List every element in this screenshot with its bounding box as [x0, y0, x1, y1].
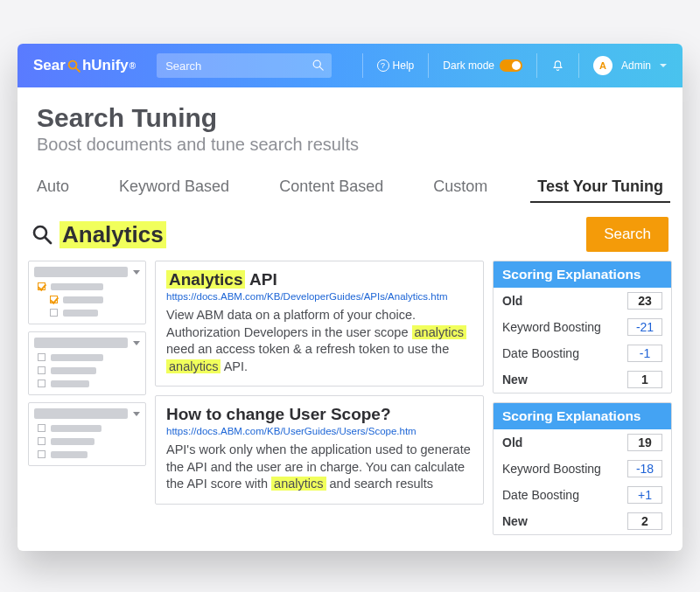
- facet-checkbox[interactable]: [50, 296, 58, 303]
- topbar-search-input[interactable]: [157, 53, 332, 78]
- avatar: A: [593, 56, 612, 75]
- score-label: New: [502, 373, 528, 387]
- facet-group[interactable]: [28, 331, 146, 395]
- help-icon: ?: [377, 59, 389, 72]
- chevron-down-icon: [133, 412, 140, 416]
- score-value: -1: [627, 345, 662, 362]
- score-label: Date Boosting: [502, 488, 579, 502]
- score-value: 2: [627, 512, 662, 530]
- tabs: Auto Keyword Based Content Based Custom …: [18, 172, 682, 203]
- result-snippet: View ABM data on a platform of your choi…: [166, 307, 472, 375]
- page-subtitle: Boost documents and tune search results: [37, 135, 663, 155]
- facet-checkbox[interactable]: [50, 309, 58, 317]
- topbar-right: ? Help Dark mode A Admin: [362, 53, 667, 78]
- dark-mode-toggle[interactable]: Dark mode: [443, 59, 522, 72]
- separator: [362, 53, 363, 78]
- score-value: -18: [627, 460, 662, 477]
- result-url[interactable]: https://docs.ABM.com/KB/DeveloperGuides/…: [166, 291, 472, 302]
- facet-group[interactable]: [28, 402, 146, 466]
- search-icon: [32, 224, 52, 245]
- score-label: New: [502, 514, 528, 528]
- facet-checkbox[interactable]: [38, 424, 46, 432]
- query-row: Analytics Search: [18, 203, 682, 261]
- facet-group[interactable]: [28, 261, 146, 324]
- result-url[interactable]: https://docs.ABM.com/KB/UserGuides/Users…: [166, 426, 472, 436]
- search-button[interactable]: Search: [586, 217, 668, 252]
- dark-mode-label: Dark mode: [443, 59, 494, 72]
- separator: [536, 53, 537, 78]
- scoring-column: Scoring Explanations Old23 Keyword Boost…: [493, 261, 672, 535]
- admin-menu[interactable]: A Admin: [593, 56, 667, 75]
- score-label: Keyword Boosting: [502, 320, 601, 334]
- score-value: 23: [627, 292, 662, 310]
- topbar: Sear hUnify ® ? Help Dark mode: [18, 44, 682, 87]
- admin-label: Admin: [621, 59, 651, 72]
- chevron-down-icon: [133, 270, 140, 275]
- scoring-box: Scoring Explanations Old19 Keyword Boost…: [493, 402, 672, 535]
- page-header: Search Tuning Boost documents and tune s…: [18, 87, 682, 162]
- result-snippet: API's work only when the application use…: [166, 442, 472, 493]
- tab-custom[interactable]: Custom: [426, 172, 494, 203]
- query-display: Analytics: [32, 221, 574, 248]
- search-icon: [312, 59, 325, 72]
- chevron-down-icon: [133, 341, 140, 345]
- tab-keyword[interactable]: Keyword Based: [112, 172, 236, 203]
- score-value: +1: [627, 486, 662, 504]
- facet-checkbox[interactable]: [38, 282, 46, 290]
- facet-checkbox[interactable]: [38, 353, 46, 361]
- facet-checkbox[interactable]: [38, 450, 46, 458]
- score-label: Old: [502, 294, 522, 308]
- facet-sidebar: [28, 261, 146, 535]
- score-value: 1: [627, 371, 662, 388]
- svg-line-5: [46, 238, 51, 243]
- tab-auto[interactable]: Auto: [30, 172, 76, 203]
- toggle-icon: [500, 59, 522, 72]
- logo-registered: ®: [130, 61, 136, 71]
- topbar-search[interactable]: [157, 53, 332, 78]
- separator: [428, 53, 429, 78]
- score-value: 19: [627, 434, 662, 451]
- score-label: Old: [502, 435, 522, 449]
- result-title: Analytics API: [166, 270, 472, 289]
- svg-point-4: [34, 226, 46, 239]
- logo-text-a: Sear: [33, 57, 66, 74]
- score-label: Keyword Boosting: [502, 462, 601, 476]
- facet-checkbox[interactable]: [38, 437, 46, 445]
- score-value: -21: [627, 318, 662, 336]
- logo-text-b: hUnify: [82, 57, 129, 74]
- bell-icon[interactable]: [551, 59, 564, 73]
- tab-content[interactable]: Content Based: [272, 172, 390, 203]
- scoring-box: Scoring Explanations Old23 Keyword Boost…: [493, 261, 672, 394]
- svg-line-1: [76, 67, 80, 71]
- score-label: Date Boosting: [502, 346, 579, 360]
- logo: Sear hUnify ®: [33, 57, 136, 74]
- logo-magnifier-icon: [66, 59, 81, 73]
- page-title: Search Tuning: [37, 103, 663, 133]
- result-card: Analytics API https://docs.ABM.com/KB/De…: [155, 261, 484, 387]
- scoring-header: Scoring Explanations: [494, 261, 671, 288]
- separator: [578, 53, 579, 78]
- result-card: How to change User Scope? https://docs.A…: [155, 395, 484, 505]
- results-column: Analytics API https://docs.ABM.com/KB/De…: [155, 261, 484, 535]
- help-button[interactable]: ? Help: [377, 59, 415, 72]
- tab-test[interactable]: Test Your Tuning: [530, 172, 670, 203]
- svg-line-3: [320, 66, 324, 70]
- result-title: How to change User Scope?: [166, 405, 472, 424]
- query-term: Analytics: [60, 221, 166, 248]
- scoring-header: Scoring Explanations: [494, 403, 671, 429]
- content-area: Analytics API https://docs.ABM.com/KB/De…: [18, 261, 682, 551]
- help-label: Help: [393, 59, 415, 72]
- app-frame: Sear hUnify ® ? Help Dark mode: [18, 44, 682, 551]
- facet-checkbox[interactable]: [38, 366, 46, 374]
- chevron-down-icon: [660, 64, 667, 67]
- facet-checkbox[interactable]: [38, 380, 46, 387]
